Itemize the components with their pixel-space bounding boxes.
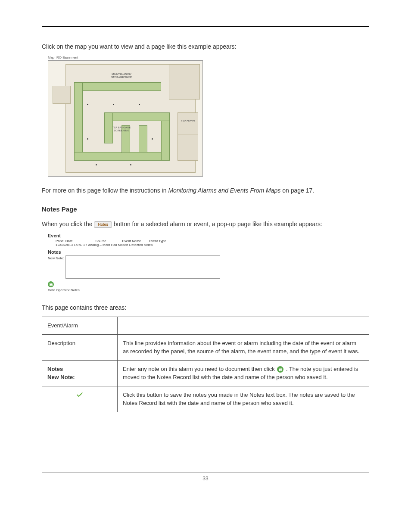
cell-notes-text: Enter any note on this alarm you need to… [118, 360, 369, 386]
page-footer: 33 [42, 473, 369, 482]
event-row: 12/02/2013 15:50:27 Analog – Main Hall M… [48, 243, 220, 247]
top-rule [42, 26, 369, 27]
table-row: Description This line provides informati… [42, 334, 369, 360]
cell-notes-label: Notes New Note: [42, 360, 118, 386]
table-row: Event/Alarm [42, 317, 369, 335]
header-source: Source [95, 239, 121, 243]
cell-event-alarm: Event/Alarm [42, 317, 118, 335]
notes-record-header: Date Operator Notes [48, 288, 220, 292]
intro-text: Click on the map you want to view and a … [42, 42, 369, 51]
notes-bold-label: Notes [47, 366, 63, 372]
event-table-header: Panel Date Source Event Name Event Type [48, 239, 220, 243]
page-number: 33 [202, 476, 208, 482]
header-event-name: Event Name [122, 239, 148, 243]
cell-check-icon [42, 386, 118, 412]
notes-popup-figure: Event Panel Date Source Event Name Event… [48, 233, 220, 292]
map-figure: Map: RO Basement MAINTENANCE/ STORAGE/SH… [48, 56, 369, 177]
room-label-tsa-baggage: TSA BAGGAGE SCREENING [104, 126, 139, 132]
r3-prefix: Enter any note on this alarm you need to… [123, 366, 276, 372]
new-note-label: New Note: [48, 255, 64, 260]
checkmark-icon [75, 393, 84, 400]
floor-plan-image: MAINTENANCE/ STORAGE/SHOP TSA BAGGAGE SC… [48, 60, 203, 177]
table-row: Click this button to save the notes you … [42, 386, 369, 412]
followup-text: For more on this page follow the instruc… [42, 186, 369, 195]
table-row: Notes New Note: Enter any note on this a… [42, 360, 369, 386]
cell-check-text: Click this button to save the notes you … [118, 386, 369, 412]
new-note-textarea[interactable] [65, 255, 220, 279]
cell-event-alarm-desc [118, 317, 369, 335]
notes-intro-prefix: When you click the [42, 221, 94, 227]
followup-prefix: For more on this page follow the instruc… [42, 187, 168, 194]
cell-description-text: This line provides information about the… [118, 334, 369, 360]
notes-page-heading: Notes Page [42, 205, 369, 213]
document-page: Click on the map you want to view and a … [42, 0, 369, 499]
notes-intro: When you click the Notes button for a se… [42, 220, 369, 229]
followup-suffix: on page 17. [280, 187, 314, 194]
save-note-icon[interactable] [48, 281, 54, 287]
areas-intro: This page contains three areas: [42, 303, 369, 312]
notes-intro-suffix: button for a selected alarm or event, a … [114, 221, 322, 227]
notes-button-inline: Notes [94, 221, 112, 228]
event-section-title: Event [48, 233, 220, 238]
cell-description-label: Description [42, 334, 118, 360]
areas-table: Event/Alarm Description This line provid… [42, 317, 369, 412]
new-note-bold-label: New Note: [47, 374, 75, 380]
save-icon [277, 366, 283, 373]
room-label-tsa-admin: TSA ADMIN [180, 119, 196, 122]
header-panel-date: Panel Date [48, 239, 94, 243]
room-label-maintenance: MAINTENANCE/ STORAGE/SHOP [104, 73, 139, 78]
header-event-type: Event Type [149, 239, 166, 243]
notes-section-title: Notes [48, 249, 220, 255]
map-caption: Map: RO Basement [48, 56, 369, 59]
followup-reference: Monitoring Alarms and Events From Maps [168, 187, 280, 194]
